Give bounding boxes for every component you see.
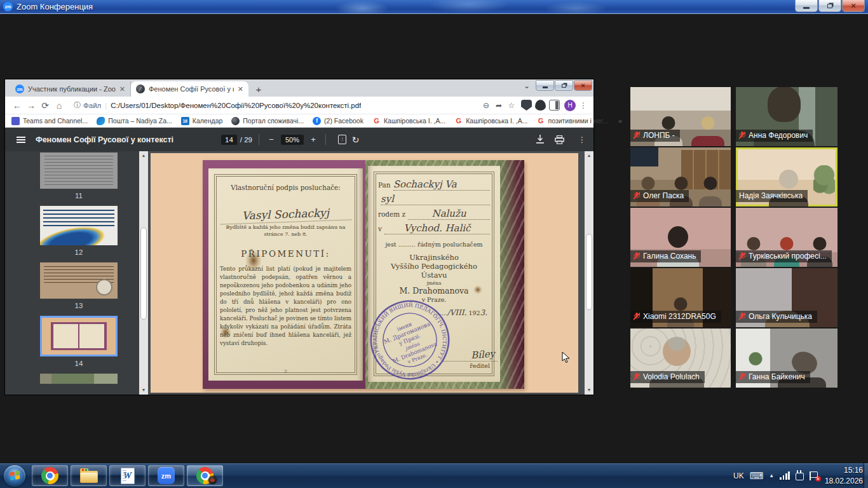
zoom-level[interactable]: 50% [281, 135, 304, 145]
bookmark-teams[interactable]: Teams and Channel... [11, 117, 88, 125]
participant-tile[interactable]: Ольга Кульчицька [736, 268, 837, 327]
scroll-down-icon[interactable]: ▼ [139, 386, 148, 395]
zoom-out-button[interactable]: − [266, 135, 277, 144]
zoom-in-button[interactable]: + [308, 135, 319, 144]
pdf-menu-icon[interactable] [17, 137, 25, 143]
taskbar-chrome-button[interactable] [32, 465, 68, 486]
new-tab-button[interactable]: + [251, 81, 266, 97]
thumbnail-page-14-selected[interactable]: 14 [39, 316, 118, 367]
participant-tile[interactable]: Volodia Polulach [630, 329, 731, 388]
back-icon[interactable]: ← [10, 100, 24, 111]
thumbnail-page-15[interactable] [39, 374, 118, 384]
participant-tile-active-speaker[interactable]: Надія Заячківська [736, 147, 837, 207]
participant-tile[interactable]: Олег Паска [630, 147, 731, 207]
tab-close-icon[interactable]: ✕ [119, 85, 125, 93]
close-button[interactable]: ✕ [842, 0, 865, 12]
scroll-up-icon[interactable]: ▲ [585, 151, 593, 160]
home-icon[interactable]: ⌂ [52, 100, 66, 111]
bookmark-google-3[interactable]: Gпозитивними і нег... [536, 117, 607, 125]
thumbnail-page-11[interactable]: 11 [39, 152, 118, 200]
bookmark-google-1[interactable]: GКашпіровська І. ,А... [372, 117, 445, 125]
thumbnail-image[interactable] [40, 262, 118, 299]
thumbnail-page-12[interactable]: 12 [39, 206, 118, 256]
network-icon[interactable] [780, 471, 790, 480]
bookmark-mail[interactable]: Пошта – Nadiya Za... [97, 117, 172, 125]
thumbnail-image[interactable] [40, 206, 118, 245]
bookmark-facebook[interactable]: f(2) Facebook [313, 117, 363, 125]
bookmark-portal[interactable]: Портал споживачі... [231, 117, 304, 125]
start-button[interactable] [4, 465, 25, 487]
browser-restore-button[interactable] [555, 80, 573, 91]
system-tray: UK ⌨ ▲ ✕ 15:16 18.02.2026 [733, 463, 863, 488]
participant-tile[interactable]: Xiaomi 2312DRA50G [630, 268, 731, 327]
reload-icon[interactable]: ⟳ [38, 100, 52, 111]
tab-pdf[interactable]: Феномен Софії Русової у контек ✕ [131, 81, 248, 97]
participant-tile[interactable]: ЛОНПБ - [630, 87, 731, 146]
participant-name: Олег Паска [643, 191, 684, 200]
thumbnail-image[interactable] [40, 374, 118, 384]
show-desktop-button[interactable] [864, 463, 868, 488]
tab-close-icon[interactable]: ✕ [238, 85, 243, 93]
tab-zoom-participant[interactable]: zm Участник публикации - Zoom ✕ [10, 81, 131, 97]
scroll-down-icon[interactable]: ▼ [585, 386, 593, 395]
taskbar-word-button[interactable]: W [109, 465, 146, 486]
sidebar-scrollbar[interactable]: ▲ ▼ [139, 151, 148, 395]
address-url: C:/Users/01/Desktop/Феномен%20Софії%20Ру… [111, 102, 361, 109]
browser-minimize-button[interactable] [536, 80, 554, 91]
profile-avatar[interactable]: H [564, 100, 576, 111]
participant-tile[interactable]: Турківський професі... [736, 208, 837, 267]
browser-close-button[interactable]: ✕ [574, 80, 592, 91]
print-icon[interactable] [555, 135, 564, 144]
minimize-button[interactable] [795, 0, 818, 12]
toolbar-divider [325, 134, 326, 145]
bookmark-star-icon[interactable]: ☆ [505, 101, 518, 110]
bookmark-label: Кашпіровська І. ,А... [384, 117, 445, 125]
thumbnail-image[interactable] [40, 316, 118, 356]
language-indicator[interactable]: UK [733, 471, 744, 480]
scrollbar-thumb[interactable] [140, 227, 147, 320]
address-bar[interactable]: ⓘ Файл | C:/Users/01/Desktop/Феномен%20С… [70, 98, 476, 112]
bookmark-calendar[interactable]: 16Календар [181, 117, 223, 125]
taskbar-zoom-button[interactable]: zm [148, 465, 184, 486]
side-panel-icon[interactable] [549, 100, 560, 111]
handwritten-signature: Vasyl Sochackyj [220, 205, 352, 224]
participant-tile[interactable]: Ганна Байкенич [736, 329, 837, 388]
calendar-icon: 16 [181, 117, 189, 125]
participant-tile[interactable]: Анна Федорович [736, 87, 837, 146]
thumbnail-image[interactable] [40, 152, 118, 189]
download-icon[interactable] [536, 135, 545, 144]
thumbnail-page-13[interactable]: 13 [39, 262, 118, 309]
bookmark-google-2[interactable]: GКашпіровська І. ,А... [454, 117, 527, 125]
pdf-more-icon[interactable]: ⋮ [577, 135, 587, 144]
scrollbar-thumb[interactable] [586, 234, 592, 310]
scroll-up-icon[interactable]: ▲ [139, 151, 148, 160]
extension-shield-icon[interactable] [521, 100, 532, 111]
tab-search-chevron-icon[interactable]: ⌄ [524, 81, 530, 90]
action-center-flag-icon[interactable]: ✕ [810, 471, 819, 480]
taskbar-explorer-button[interactable] [71, 465, 107, 486]
bookmark-label: (2) Facebook [324, 117, 363, 125]
fit-page-icon[interactable]: ∶ [338, 135, 346, 144]
pdf-scrollbar[interactable]: ▲ ▼ [585, 151, 593, 395]
browser-menu-icon[interactable]: ⋮ [578, 101, 588, 110]
power-plug-icon[interactable] [796, 473, 804, 480]
rotate-icon[interactable]: ↺ [352, 135, 360, 145]
reditel-label: ředitel [470, 362, 490, 369]
participant-tile[interactable]: Галина Сохань [630, 208, 731, 267]
restore-button[interactable] [818, 0, 841, 12]
taskbar-chrome-active-button[interactable] [187, 465, 223, 486]
page-info-icon[interactable]: ⓘ [74, 100, 81, 110]
participant-name: Xiaomi 2312DRA50G [643, 312, 716, 321]
forward-icon[interactable]: → [24, 100, 38, 111]
share-icon[interactable]: ➦ [492, 101, 505, 110]
keyboard-icon[interactable]: ⌨ [750, 470, 764, 482]
document-left-page: Vlastnoruční podpis posluchače: Vasyl So… [208, 168, 363, 381]
bookmarks-overflow-chevron[interactable]: » [618, 117, 622, 125]
pdf-viewer: 11 12 13 14 [5, 151, 593, 395]
extensions-icon[interactable] [535, 100, 546, 111]
page-number-input[interactable]: 14 [221, 135, 237, 145]
hidden-icons-chevron[interactable]: ▲ [769, 473, 774, 478]
mic-muted-icon [634, 252, 640, 260]
zoom-text-icon[interactable]: ⊖ [480, 101, 492, 110]
tray-clock[interactable]: 15:16 18.02.2026 [825, 465, 863, 485]
